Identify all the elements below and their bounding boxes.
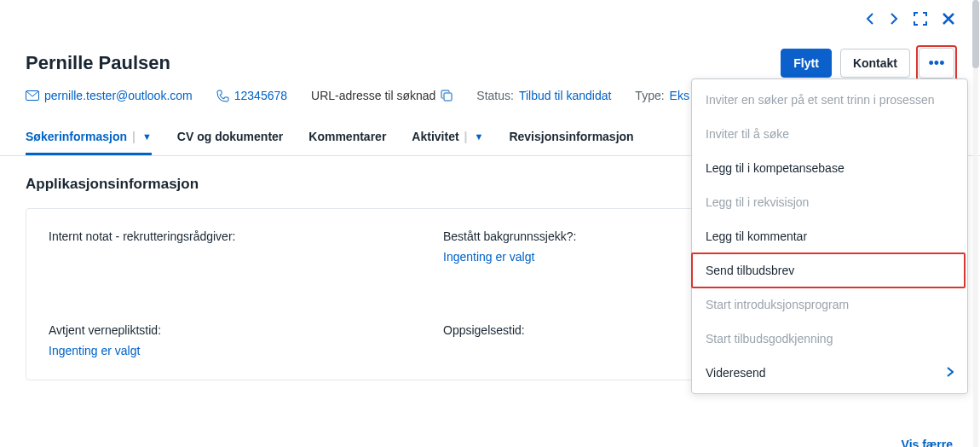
phone-icon — [216, 90, 229, 102]
mail-icon — [26, 90, 39, 101]
url-item[interactable]: URL-adresse til søknad — [311, 89, 453, 102]
expand-icon[interactable] — [914, 12, 927, 26]
chevron-down-icon[interactable]: ▼ — [475, 131, 484, 142]
tab-label: Søkerinformasjon — [26, 130, 127, 143]
chevron-down-icon[interactable]: ▼ — [142, 131, 152, 142]
divider: | — [464, 130, 468, 143]
menu-invite-apply: Inviter til å søke — [692, 117, 967, 151]
next-icon[interactable] — [890, 13, 898, 25]
url-label: URL-adresse til søknad — [311, 89, 435, 102]
tab-label: Aktivitet — [412, 130, 458, 143]
svg-rect-1 — [444, 93, 452, 101]
move-button[interactable]: Flytt — [781, 49, 832, 78]
email-item[interactable]: pernille.tester@outlook.com — [26, 89, 193, 102]
tab-applicant-info[interactable]: Søkerinformasjon | ▼ — [26, 126, 152, 155]
menu-send-offer[interactable]: Send tilbudsbrev — [692, 253, 967, 287]
contact-button[interactable]: Kontakt — [840, 49, 910, 78]
status-item: Status: Tilbud til kandidat — [476, 89, 611, 102]
type-item: Type: Eks — [635, 89, 689, 102]
status-value[interactable]: Tilbud til kandidat — [519, 89, 611, 102]
more-actions-button[interactable]: ••• — [919, 48, 954, 78]
menu-add-comment[interactable]: Legg til kommentar — [692, 219, 967, 253]
service-value[interactable]: Ingenting er valgt — [49, 344, 426, 357]
menu-start-onboarding: Start introduksjonsprogram — [692, 287, 967, 322]
service-label: Avtjent vernepliktstid: — [49, 323, 426, 337]
menu-add-requisition: Legg til i rekvisisjon — [692, 185, 967, 219]
page-title: Pernille Paulsen — [26, 52, 170, 74]
copy-icon — [441, 90, 453, 102]
status-label: Status: — [476, 89, 514, 102]
close-icon[interactable] — [943, 13, 954, 25]
type-value[interactable]: Eks — [670, 89, 689, 102]
divider: | — [132, 130, 135, 143]
tab-comments[interactable]: Kommentarer — [308, 126, 386, 155]
ellipsis-icon: ••• — [929, 55, 945, 73]
more-actions-menu: Inviter en søker på et sent trinn i pros… — [691, 78, 968, 394]
menu-invite-late-stage: Inviter en søker på et sent trinn i pros… — [692, 83, 967, 117]
menu-start-approval: Start tilbudsgodkjenning — [692, 322, 967, 356]
phone-value: 12345678 — [234, 89, 287, 102]
menu-label: Videresend — [706, 366, 766, 380]
menu-forward[interactable]: Videresend — [692, 356, 967, 390]
type-label: Type: — [635, 89, 664, 102]
menu-label: Send tilbudsbrev — [706, 264, 794, 277]
tab-activity[interactable]: Aktivitet | ▼ — [412, 126, 483, 155]
scrollbar-thumb[interactable] — [972, 0, 979, 68]
tab-revision[interactable]: Revisjonsinformasjon — [509, 126, 633, 155]
show-less-link[interactable]: Vis færre — [902, 438, 953, 447]
menu-add-competence[interactable]: Legg til i kompetansebase — [692, 151, 967, 185]
prev-icon[interactable] — [866, 13, 874, 25]
chevron-right-icon — [947, 366, 954, 380]
tab-cv-docs[interactable]: CV og dokumenter — [177, 126, 283, 155]
email-value: pernille.tester@outlook.com — [44, 89, 193, 102]
note-label: Internt notat - rekrutteringsrådgiver: — [49, 229, 426, 243]
phone-item[interactable]: 12345678 — [216, 89, 287, 102]
